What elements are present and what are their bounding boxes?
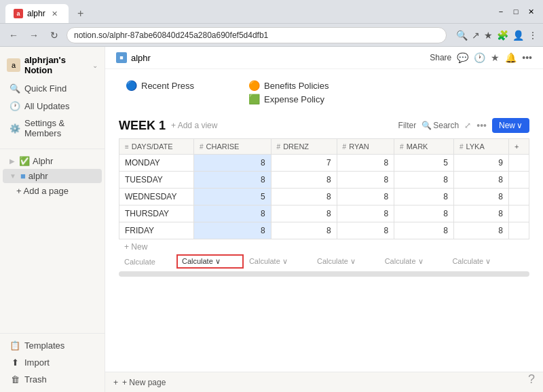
- table-row[interactable]: FRIDAY 8 8 8 8 8: [119, 222, 529, 239]
- col-mark[interactable]: # MARK: [394, 139, 454, 155]
- cell-mark[interactable]: 8: [394, 222, 454, 239]
- more-options-icon[interactable]: •••: [522, 52, 532, 63]
- new-tab-button[interactable]: +: [71, 4, 90, 23]
- favorite-icon[interactable]: ★: [491, 52, 500, 63]
- browser-chrome: a alphr ✕ + − □ ✕: [0, 0, 543, 24]
- cell-mark[interactable]: 8: [394, 189, 454, 205]
- table-row[interactable]: TUESDAY 8 8 8 8 8: [119, 172, 529, 189]
- bookmark-icon[interactable]: ★: [484, 30, 493, 41]
- sidebar-item-alphr-upper[interactable]: ▶ ✅ Alphr: [3, 154, 102, 168]
- filter-button[interactable]: Filter: [398, 121, 417, 130]
- new-row-button[interactable]: + New: [119, 239, 529, 254]
- cell-charise[interactable]: 5: [194, 189, 272, 205]
- search-icon[interactable]: 🔍: [456, 30, 468, 41]
- refresh-button[interactable]: ↻: [46, 27, 62, 43]
- cell-drenz[interactable]: 7: [271, 155, 337, 172]
- templates-icon: 📋: [10, 340, 20, 351]
- notification-icon[interactable]: 🔔: [505, 52, 517, 63]
- table-row[interactable]: WEDNESDAY 5 8 8 8 8: [119, 189, 529, 205]
- cell-lyka[interactable]: 9: [453, 155, 508, 172]
- expense-link[interactable]: 🟩 Expense Policy: [248, 94, 329, 104]
- sidebar-item-alphr-lower[interactable]: ▼ ■ alphr: [3, 169, 102, 183]
- cell-lyka[interactable]: 8: [453, 222, 508, 239]
- cell-extra: [509, 205, 529, 222]
- cell-drenz[interactable]: 8: [271, 222, 337, 239]
- cell-mark[interactable]: 5: [394, 155, 454, 172]
- close-button[interactable]: ✕: [524, 5, 538, 18]
- cell-drenz[interactable]: 8: [271, 172, 337, 189]
- cell-mark[interactable]: 8: [394, 205, 454, 222]
- sidebar-item-import[interactable]: ⬆ Import: [3, 354, 102, 370]
- search-button[interactable]: 🔍 Search: [422, 121, 459, 130]
- cell-ryan[interactable]: 8: [337, 205, 394, 222]
- new-page-button[interactable]: + + New page: [113, 378, 166, 387]
- minimize-button[interactable]: −: [494, 5, 508, 18]
- table-row[interactable]: MONDAY 8 7 8 5 9: [119, 155, 529, 172]
- workspace-header[interactable]: a alphrjan's Notion ⌄: [0, 51, 105, 79]
- col-ryan[interactable]: # RYAN: [337, 139, 394, 155]
- calculate-mark[interactable]: Calculate ∨: [379, 255, 447, 268]
- table-title: WEEK 1: [119, 119, 166, 133]
- cell-charise[interactable]: 8: [194, 172, 272, 189]
- share-icon[interactable]: ↗: [472, 30, 480, 41]
- back-button[interactable]: ←: [5, 27, 22, 43]
- cell-lyka[interactable]: 8: [453, 205, 508, 222]
- ryan-col-label: RYAN: [349, 142, 369, 151]
- cell-drenz[interactable]: 8: [271, 189, 337, 205]
- cell-ryan[interactable]: 8: [337, 172, 394, 189]
- more-options-button[interactable]: •••: [476, 120, 487, 131]
- cell-mark[interactable]: 8: [394, 172, 454, 189]
- active-tab[interactable]: a alphr ✕: [5, 4, 69, 23]
- menu-icon[interactable]: ⋮: [528, 30, 538, 41]
- sidebar-item-templates[interactable]: 📋 Templates: [3, 337, 102, 353]
- cell-lyka[interactable]: 8: [453, 172, 508, 189]
- col-drenz[interactable]: # DRENZ: [271, 139, 337, 155]
- left-links: 🔵 Recent Press: [126, 80, 194, 104]
- sidebar-item-quick-find[interactable]: 🔍 Quick Find: [3, 80, 102, 96]
- add-page-item[interactable]: + Add a page: [3, 184, 102, 198]
- add-column-button[interactable]: +: [509, 139, 529, 155]
- comment-icon[interactable]: 💬: [457, 52, 468, 63]
- col-lyka[interactable]: # LYKA: [453, 139, 508, 155]
- page-header: ■ alphr Share 💬 🕐 ★ 🔔 •••: [105, 47, 543, 69]
- new-record-button[interactable]: New ∨: [492, 118, 529, 133]
- table-row[interactable]: THURSDAY 8 8 8 8 8: [119, 205, 529, 222]
- profile-icon[interactable]: 👤: [512, 30, 524, 41]
- cell-charise[interactable]: 8: [194, 205, 272, 222]
- settings-icon: ⚙️: [10, 123, 20, 134]
- sidebar-item-all-updates[interactable]: 🕐 All Updates: [3, 98, 102, 114]
- cell-charise[interactable]: 8: [194, 155, 272, 172]
- tab-close-button[interactable]: ✕: [50, 8, 60, 19]
- calculate-ryan[interactable]: Calculate ∨: [312, 255, 379, 268]
- sidebar-item-trash[interactable]: 🗑 Trash: [3, 371, 102, 387]
- forward-button[interactable]: →: [26, 27, 42, 43]
- share-button[interactable]: Share: [430, 53, 451, 62]
- url-bar[interactable]: notion.so/alphr-87abe60840d245a280a690fe…: [67, 27, 447, 43]
- col-days-date[interactable]: ≡ DAYS/DATE: [119, 139, 194, 155]
- cell-ryan[interactable]: 8: [337, 222, 394, 239]
- extensions-icon[interactable]: 🧩: [497, 30, 508, 41]
- sidebar-item-settings[interactable]: ⚙️ Settings & Members: [3, 115, 102, 141]
- cell-charise[interactable]: 8: [194, 222, 272, 239]
- calculate-lyka[interactable]: Calculate ∨: [447, 255, 514, 268]
- history-icon[interactable]: 🕐: [474, 52, 485, 63]
- cell-ryan[interactable]: 8: [337, 189, 394, 205]
- calculate-charise[interactable]: Calculate ∨: [177, 255, 243, 268]
- horizontal-scrollbar[interactable]: [119, 271, 529, 277]
- days-col-label: DAYS/DATE: [132, 142, 173, 151]
- sidebar: a alphrjan's Notion ⌄ 🔍 Quick Find 🕐 All…: [0, 47, 105, 392]
- updates-label: All Updates: [24, 101, 69, 111]
- expand-button[interactable]: ⤢: [464, 121, 471, 130]
- add-view-button[interactable]: + Add a view: [171, 121, 217, 130]
- col-charise[interactable]: # CHARISE: [194, 139, 272, 155]
- cell-ryan[interactable]: 8: [337, 155, 394, 172]
- help-button[interactable]: ?: [528, 372, 535, 387]
- calculate-row-table: Calculate Calculate ∨ Calculate ∨ Calcul…: [119, 254, 529, 269]
- cell-drenz[interactable]: 8: [271, 205, 337, 222]
- cell-lyka[interactable]: 8: [453, 189, 508, 205]
- benefits-link[interactable]: 🟠 Benefits Policies: [248, 80, 329, 91]
- calculate-days[interactable]: Calculate: [119, 255, 177, 268]
- calculate-drenz[interactable]: Calculate ∨: [243, 255, 312, 268]
- recent-press-link[interactable]: 🔵 Recent Press: [126, 80, 194, 91]
- maximize-button[interactable]: □: [509, 5, 523, 18]
